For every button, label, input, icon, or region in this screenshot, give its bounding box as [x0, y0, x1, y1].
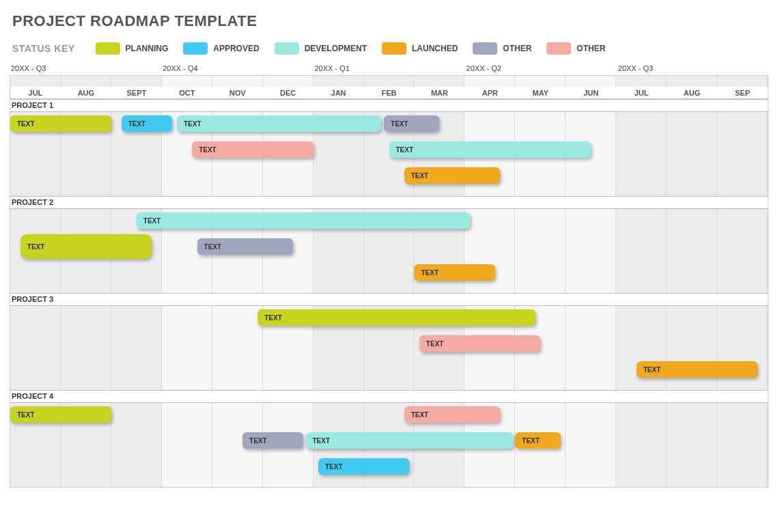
gantt-bar[interactable]: TEXT [637, 361, 758, 378]
roadmap: 20XX - Q320XX - Q420XX - Q120XX - Q220XX… [10, 64, 768, 488]
month-header: FEB [364, 87, 415, 99]
swimlane-label: PROJECT 1 [12, 100, 53, 111]
legend-item-development: DEVELOPMENT [275, 42, 367, 55]
gantt-bar[interactable]: TEXT [177, 115, 381, 132]
legend-text: APPROVED [213, 44, 259, 53]
swimlane-label-bg [10, 99, 768, 111]
gantt-bar[interactable]: TEXT [20, 234, 152, 259]
quarter-header: 20XX - Q1 [313, 64, 349, 75]
legend-swatch-other2 [546, 42, 571, 55]
gantt-bar[interactable]: TEXT [515, 432, 561, 449]
roadmap-grid: JULAUGSEPTOCTNOVDECJANFEBMARAPRMAYJUNJUL… [10, 75, 768, 488]
swimlane-label-bg [10, 293, 768, 305]
legend-text: OTHER [576, 44, 605, 53]
month-header: AUG [61, 87, 111, 99]
legend-text: LAUNCHED [412, 44, 458, 53]
month-header: MAR [414, 87, 464, 99]
gantt-bar[interactable]: TEXT [192, 141, 313, 158]
legend-text: DEVELOPMENT [305, 44, 367, 53]
gantt-bar[interactable]: TEXT [242, 432, 303, 449]
month-header: JUL [10, 87, 61, 99]
swimlane-label: PROJECT 2 [12, 197, 53, 208]
month-header: DEC [263, 87, 314, 99]
legend-swatch-planning [96, 42, 120, 55]
legend-swatch-launched [382, 42, 406, 55]
legend-swatch-approved [183, 42, 208, 55]
legend-text: PLANNING [126, 44, 169, 53]
month-header: MAY [515, 87, 566, 99]
gantt-bar[interactable]: TEXT [197, 238, 293, 255]
gantt-bar[interactable]: TEXT [419, 335, 540, 352]
legend-item-planning: PLANNING [96, 42, 169, 55]
month-header: JAN [314, 87, 364, 99]
quarter-header: 20XX - Q3 [617, 64, 653, 75]
month-header: JUL [616, 87, 667, 99]
quarter-header: 20XX - Q3 [10, 64, 46, 75]
month-header: AUG [667, 87, 717, 99]
swimlane-label: PROJECT 4 [12, 391, 53, 402]
gantt-bar[interactable]: TEXT [404, 167, 500, 184]
page-title: PROJECT ROADMAP TEMPLATE [12, 12, 768, 30]
quarter-header: 20XX - Q4 [161, 64, 197, 75]
legend-swatch-development [275, 42, 299, 55]
legend-text: OTHER [503, 44, 531, 53]
gantt-bar[interactable]: TEXT [318, 458, 409, 475]
month-header: APR [464, 87, 515, 99]
legend-item-launched: LAUNCHED [382, 42, 458, 55]
swimlane-label: PROJECT 3 [12, 294, 53, 305]
legend-swatch-other1 [473, 42, 497, 55]
gantt-bar[interactable]: TEXT [306, 432, 513, 449]
legend-item-approved: APPROVED [183, 42, 259, 55]
gantt-bar[interactable]: TEXT [389, 141, 592, 158]
quarter-header: 20XX - Q2 [465, 64, 501, 75]
gantt-bar[interactable]: TEXT [10, 406, 111, 423]
status-legend: STATUS KEY PLANNINGAPPROVEDDEVELOPMENTLA… [10, 37, 768, 64]
month-header: SEPT [111, 87, 162, 99]
month-header: OCT [162, 87, 212, 99]
gantt-bar[interactable]: TEXT [404, 406, 500, 423]
gantt-bar[interactable]: TEXT [384, 115, 439, 132]
month-header: JUN [566, 87, 616, 99]
legend-item-other2: OTHER [546, 42, 605, 55]
gantt-bar[interactable]: TEXT [10, 115, 111, 132]
gantt-bar[interactable]: TEXT [414, 264, 495, 281]
legend-label: STATUS KEY [12, 43, 75, 54]
month-header: NOV [212, 87, 263, 99]
swimlane-label-bg [10, 390, 768, 402]
legend-item-other1: OTHER [473, 42, 531, 55]
month-header: SEP [717, 87, 768, 99]
gantt-bar[interactable]: TEXT [137, 212, 470, 229]
gantt-bar[interactable]: TEXT [122, 115, 172, 132]
swimlane-label-bg [10, 196, 768, 208]
gantt-bar[interactable]: TEXT [258, 309, 536, 326]
